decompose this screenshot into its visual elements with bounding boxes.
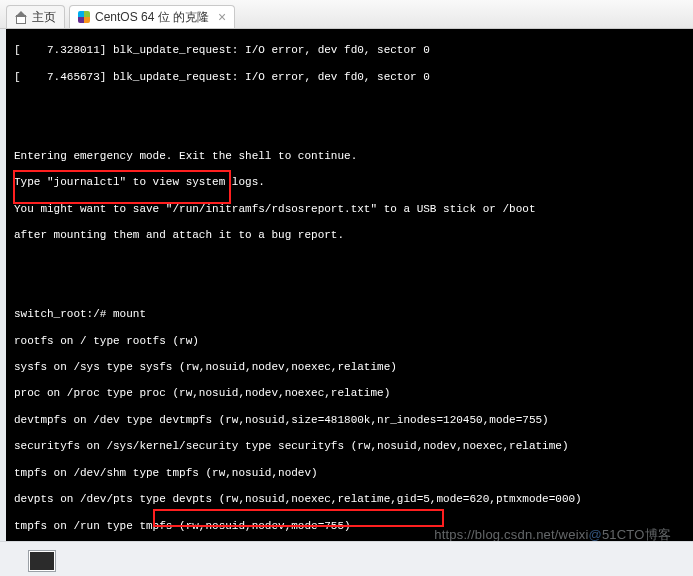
watermark-left: https://blog.csdn.net/weixi (434, 527, 588, 542)
close-icon[interactable]: × (218, 10, 226, 24)
tab-bar: 主页 CentOS 64 位 的克隆 × (0, 0, 693, 29)
watermark-at: @ (589, 527, 602, 542)
footer-bar (0, 541, 693, 576)
term-line: devpts on /dev/pts type devpts (rw,nosui… (14, 493, 582, 505)
thumbnail-icon[interactable] (28, 550, 56, 572)
term-line: devtmpfs on /dev type devtmpfs (rw,nosui… (14, 414, 549, 426)
term-line: proc on /proc type proc (rw,nosuid,nodev… (14, 387, 390, 399)
term-line: [ 7.465673] blk_update_request: I/O erro… (14, 71, 430, 83)
term-line: after mounting them and attach it to a b… (14, 229, 344, 241)
term-line: rootfs on / type rootfs (rw) (14, 335, 199, 347)
term-line: [ 7.328011] blk_update_request: I/O erro… (14, 44, 430, 56)
watermark-right: 51CTO博客 (602, 527, 671, 542)
term-line: Entering emergency mode. Exit the shell … (14, 150, 357, 162)
term-line: sysfs on /sys type sysfs (rw,nosuid,node… (14, 361, 397, 373)
tab-home-label: 主页 (32, 9, 56, 26)
term-line: switch_root:/# mount (14, 308, 146, 320)
terminal[interactable]: [ 7.328011] blk_update_request: I/O erro… (0, 29, 693, 543)
term-line: tmpfs on /run type tmpfs (rw,nosuid,node… (14, 520, 351, 532)
term-line: securityfs on /sys/kernel/security type … (14, 440, 569, 452)
home-icon (15, 12, 27, 23)
term-line: You might want to save "/run/initramfs/r… (14, 203, 536, 215)
tab-vm[interactable]: CentOS 64 位 的克隆 × (69, 5, 235, 28)
centos-icon (78, 11, 90, 23)
term-line: tmpfs on /dev/shm type tmpfs (rw,nosuid,… (14, 467, 318, 479)
tab-vm-label: CentOS 64 位 的克隆 (95, 9, 209, 26)
tab-home[interactable]: 主页 (6, 5, 65, 28)
term-line: Type "journalctl" to view system logs. (14, 176, 265, 188)
